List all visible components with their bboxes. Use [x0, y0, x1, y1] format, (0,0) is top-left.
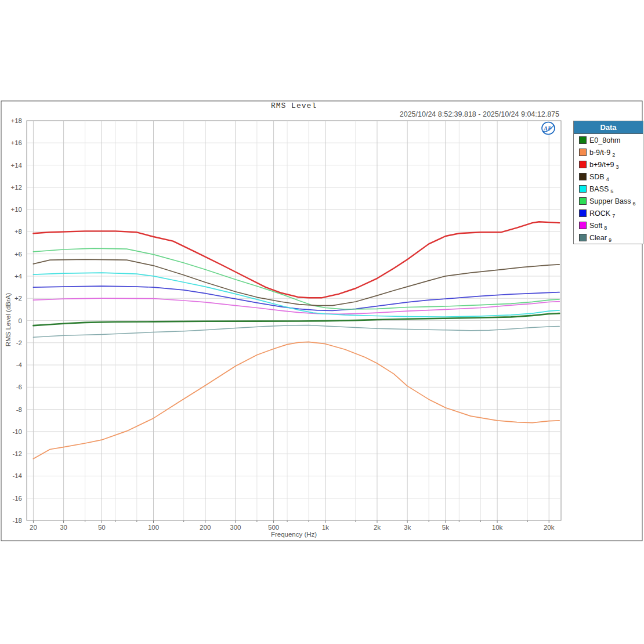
legend-sub-index: 3 [616, 164, 618, 170]
y-tick-label: -12 [12, 450, 22, 457]
y-tick-label: +2 [15, 295, 22, 302]
legend-item-b-9-t-9[interactable]: b-9/t-92 [574, 146, 643, 158]
legend-sub-index: 4 [606, 176, 609, 182]
x-tick-label: 200 [200, 524, 211, 531]
ap-logo-icon: AP [542, 122, 555, 135]
legend-item-e0-8ohm[interactable]: E0_8ohm [574, 134, 643, 146]
legend-label: b+9/t+9 [589, 161, 614, 169]
y-tick-label: -8 [16, 406, 22, 413]
y-tick-label: +10 [10, 206, 22, 213]
x-tick-label: 2k [374, 524, 381, 531]
legend-label: E0_8ohm [589, 136, 621, 144]
y-tick-label: +8 [15, 228, 22, 235]
y-tick-label: +12 [10, 184, 22, 191]
legend-swatch [579, 161, 587, 168]
y-tick-label: -10 [12, 428, 22, 435]
legend-swatch [579, 222, 587, 229]
y-tick-label: +16 [10, 139, 22, 146]
x-tick-label: 30 [60, 524, 67, 531]
y-tick-label: -6 [16, 383, 22, 390]
legend-sub-index: 2 [612, 152, 615, 158]
legend-label: Soft [589, 222, 602, 230]
rms-level-chart: +18+16+14+12+10+8+6+4+20-2-4-6-8-10-12-1… [0, 0, 644, 644]
legend-swatch [579, 197, 587, 205]
legend-label: ROCK [589, 209, 610, 218]
legend-swatch [579, 136, 587, 144]
legend-panel: Data E0_8ohmb-9/t-92b+9/t+93SDB4BASS5Sup… [573, 121, 643, 244]
legend-swatch [579, 173, 587, 180]
ap-measurement-window: +18+16+14+12+10+8+6+4+20-2-4-6-8-10-12-1… [0, 0, 644, 644]
measurement-timestamp: 2025/10/24 8:52:39.818 - 2025/10/24 9:04… [400, 110, 559, 118]
legend-swatch [579, 185, 587, 193]
x-axis-label: Frequency (Hz) [27, 531, 561, 538]
legend-label: b-9/t-9 [589, 149, 610, 157]
legend-sub-index: 5 [610, 189, 613, 194]
legend-item-clear[interactable]: Clear9 [574, 231, 643, 244]
legend-item-supper-bass[interactable]: Supper Bass6 [574, 195, 643, 207]
y-tick-label: +18 [10, 117, 22, 124]
legend-sub-index: 7 [612, 213, 615, 219]
chart-title: RMS Level [27, 102, 561, 110]
legend-swatch [579, 209, 587, 217]
legend-item-rock[interactable]: ROCK7 [574, 207, 643, 219]
x-tick-label: 10k [492, 524, 503, 531]
x-tick-label: 300 [230, 524, 241, 531]
y-tick-label: +6 [15, 251, 22, 258]
legend-item-b-9-t-9[interactable]: b+9/t+93 [574, 158, 643, 171]
legend-swatch [579, 149, 587, 156]
y-axis-label: RMS Level (dBrA) [5, 262, 12, 378]
x-tick-label: 50 [98, 524, 106, 531]
legend-items: E0_8ohmb-9/t-92b+9/t+93SDB4BASS5Supper B… [574, 134, 643, 244]
legend-sub-index: 6 [633, 201, 636, 207]
y-tick-label: -18 [12, 517, 22, 524]
legend-label: BASS [589, 185, 609, 193]
x-tick-label: 3k [404, 524, 411, 531]
y-tick-label: 0 [19, 317, 22, 324]
y-tick-label: +14 [10, 162, 22, 169]
y-tick-label: -14 [12, 472, 22, 479]
x-tick-label: 5k [442, 524, 449, 531]
legend-swatch [579, 234, 587, 241]
x-tick-label: 100 [148, 524, 159, 531]
legend-item-soft[interactable]: Soft8 [574, 219, 643, 231]
legend-item-sdb[interactable]: SDB4 [574, 171, 643, 183]
legend-label: Clear [589, 234, 607, 242]
y-tick-label: -16 [12, 495, 22, 502]
y-tick-label: -4 [16, 361, 23, 368]
x-tick-label: 20 [30, 524, 37, 531]
legend-item-bass[interactable]: BASS5 [574, 183, 643, 195]
x-tick-label: 20k [544, 524, 555, 531]
y-tick-label: -2 [16, 339, 22, 346]
x-tick-label: 1k [322, 524, 329, 531]
legend-label: Supper Bass [589, 197, 631, 205]
y-tick-label: +4 [15, 273, 23, 280]
legend-sub-index: 9 [609, 237, 612, 243]
legend-label: SDB [589, 173, 605, 181]
x-tick-label: 500 [268, 524, 279, 531]
legend-sub-index: 8 [604, 225, 607, 231]
legend-header: Data [574, 121, 643, 134]
